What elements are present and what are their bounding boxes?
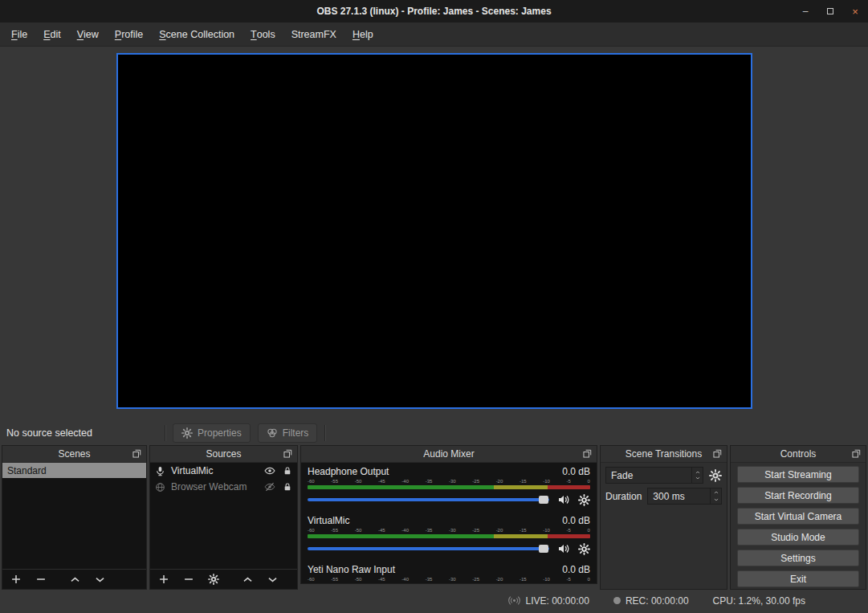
mixer-headphone-output: Headphone Output 0.0 dB -60-55-50-45-40-… xyxy=(308,465,590,509)
audio-mixer-body: Headphone Output 0.0 dB -60-55-50-45-40-… xyxy=(301,463,597,583)
sources-dock: Sources VirtualMic Browser Webcam xyxy=(149,445,298,590)
properties-button[interactable]: Properties xyxy=(173,423,251,443)
mixer-settings-button[interactable] xyxy=(578,543,590,555)
volume-meter xyxy=(308,485,590,489)
add-source-button[interactable] xyxy=(157,573,170,586)
lock-icon[interactable] xyxy=(283,466,292,476)
chevron-up-icon xyxy=(713,490,719,495)
mixer-settings-button[interactable] xyxy=(578,494,590,506)
source-move-up-button[interactable] xyxy=(241,573,254,586)
source-item-virtualmic[interactable]: VirtualMic xyxy=(150,463,297,479)
duration-decrease-button[interactable] xyxy=(711,497,721,505)
remove-source-button[interactable] xyxy=(182,573,195,586)
sources-popout-button[interactable] xyxy=(283,448,293,459)
mic-icon xyxy=(155,466,165,476)
plus-icon xyxy=(158,574,169,585)
lock-icon[interactable] xyxy=(283,482,292,492)
maximize-icon xyxy=(827,8,833,14)
speaker-icon xyxy=(557,542,570,555)
start-streaming-button[interactable]: Start Streaming xyxy=(737,466,859,483)
menu-streamfx[interactable]: StreamFX xyxy=(283,22,344,46)
scenes-dock: Scenes Standard xyxy=(2,445,147,590)
scene-item-standard[interactable]: Standard xyxy=(2,463,146,478)
transition-properties-button[interactable] xyxy=(709,469,722,482)
scene-move-up-button[interactable] xyxy=(68,573,81,586)
start-recording-button[interactable]: Start Recording xyxy=(737,487,859,504)
sources-header: Sources xyxy=(150,446,297,463)
minimize-button[interactable]: – xyxy=(799,5,812,18)
gear-icon xyxy=(709,469,722,482)
docks: Scenes Standard Sources VirtualMic xyxy=(0,445,868,590)
duration-spinbox[interactable]: 300 ms xyxy=(647,488,722,505)
source-item-browser-webcam[interactable]: Browser Webcam xyxy=(150,479,297,495)
filters-icon xyxy=(267,427,278,439)
scenes-list: Standard xyxy=(2,463,146,569)
scene-transitions-title: Scene Transitions xyxy=(626,448,702,460)
source-move-down-button[interactable] xyxy=(266,573,279,586)
mixer-yeti-nano-raw-input: Yeti Nano Raw Input 0.0 dB -60-55-50-45-… xyxy=(308,563,590,583)
gear-icon xyxy=(578,494,590,506)
exit-button[interactable]: Exit xyxy=(737,570,859,587)
audio-mixer-dock: Audio Mixer Headphone Output 0.0 dB -60-… xyxy=(300,445,597,584)
chevron-down-icon xyxy=(695,476,701,480)
menu-help[interactable]: Help xyxy=(344,22,381,46)
slider-handle[interactable] xyxy=(539,496,548,504)
separator xyxy=(324,425,325,441)
menu-scene-collection[interactable]: Scene Collection xyxy=(151,22,242,46)
window-title: OBS 27.1.3 (linux) - Profile: James - Sc… xyxy=(0,6,868,17)
speaker-icon xyxy=(557,493,570,506)
dock-popout-icon xyxy=(712,448,723,459)
menu-tools[interactable]: Tools xyxy=(242,22,283,46)
scenes-toolbar xyxy=(2,569,146,589)
sources-toolbar xyxy=(150,569,297,589)
dock-popout-icon xyxy=(283,448,293,459)
source-toolbar: No source selected Properties Filters xyxy=(0,421,868,445)
scenes-popout-button[interactable] xyxy=(132,448,142,459)
broadcast-icon xyxy=(508,595,520,607)
controls-popout-button[interactable] xyxy=(851,448,862,459)
live-status: LIVE: 00:00:00 xyxy=(508,595,589,607)
studio-mode-button[interactable]: Studio Mode xyxy=(737,529,859,546)
remove-scene-button[interactable] xyxy=(35,573,47,586)
controls-dock: Controls Start Streaming Start Recording… xyxy=(730,445,866,590)
meter-scale: -60-55-50-45-40-35-30-25-20-15-10-50 xyxy=(308,576,590,582)
menu-view[interactable]: View xyxy=(69,22,107,46)
meter-scale: -60-55-50-45-40-35-30-25-20-15-10-50 xyxy=(308,478,590,484)
audio-mixer-popout-button[interactable] xyxy=(582,448,593,459)
source-properties-button[interactable] xyxy=(207,573,220,586)
meter-scale: -60-55-50-45-40-35-30-25-20-15-10-50 xyxy=(308,527,590,533)
volume-slider[interactable] xyxy=(308,496,549,504)
menubar: File Edit View Profile Scene Collection … xyxy=(0,22,868,47)
slider-handle[interactable] xyxy=(539,545,548,553)
record-dot-icon xyxy=(613,597,621,604)
mute-button[interactable] xyxy=(557,542,570,555)
cpu-status: CPU: 1.2%, 30.00 fps xyxy=(713,595,805,607)
maximize-button[interactable] xyxy=(824,5,837,18)
eye-off-icon[interactable] xyxy=(264,481,275,492)
selected-source-status: No source selected xyxy=(6,427,157,439)
combo-arrows[interactable] xyxy=(691,468,703,483)
eye-icon[interactable] xyxy=(264,465,275,476)
minus-icon xyxy=(35,574,47,585)
duration-label: Duration xyxy=(605,491,642,502)
menu-file[interactable]: File xyxy=(3,22,35,46)
menu-profile[interactable]: Profile xyxy=(107,22,151,46)
duration-increase-button[interactable] xyxy=(711,488,721,497)
volume-slider[interactable] xyxy=(308,545,549,553)
titlebar[interactable]: OBS 27.1.3 (linux) - Profile: James - Sc… xyxy=(0,0,868,22)
scene-move-down-button[interactable] xyxy=(93,573,106,586)
preview-canvas[interactable] xyxy=(116,53,752,409)
menu-edit[interactable]: Edit xyxy=(35,22,69,46)
close-button[interactable]: × xyxy=(849,5,862,18)
transitions-popout-button[interactable] xyxy=(712,448,723,459)
start-virtual-camera-button[interactable]: Start Virtual Camera xyxy=(737,508,859,525)
mixer-name: VirtualMic xyxy=(308,515,349,526)
mixer-virtualmic: VirtualMic 0.0 dB -60-55-50-45-40-35-30-… xyxy=(308,514,590,558)
filters-button[interactable]: Filters xyxy=(258,423,318,443)
add-scene-button[interactable] xyxy=(10,573,22,586)
chevron-up-icon xyxy=(70,574,80,585)
transition-select[interactable]: Fade xyxy=(605,467,703,484)
gear-icon xyxy=(208,574,219,585)
settings-button[interactable]: Settings xyxy=(737,550,859,566)
mute-button[interactable] xyxy=(557,493,570,506)
